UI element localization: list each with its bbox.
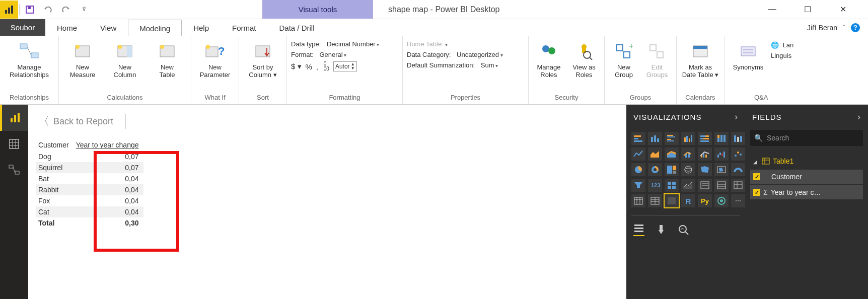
viz-area[interactable] bbox=[648, 147, 662, 161]
user-name[interactable]: Jiří Beran bbox=[807, 24, 837, 32]
viz-clustered-column[interactable] bbox=[681, 132, 695, 145]
new-measure-button[interactable]: New Measure bbox=[63, 38, 102, 79]
back-to-report-button[interactable]: 〈 Back to Report bbox=[38, 114, 616, 129]
new-column-button[interactable]: New Column bbox=[105, 38, 144, 79]
help-icon[interactable]: ? bbox=[851, 23, 860, 32]
undo-button[interactable] bbox=[39, 1, 57, 19]
viz-more[interactable]: ⋯ bbox=[731, 194, 745, 207]
fields-table-node[interactable]: Table1 bbox=[750, 154, 863, 168]
viz-stacked-column[interactable] bbox=[648, 132, 662, 145]
viz-treemap[interactable] bbox=[665, 163, 679, 176]
percent-button[interactable]: % bbox=[306, 62, 312, 71]
nav-model-view[interactable] bbox=[0, 157, 28, 183]
viz-pie[interactable] bbox=[631, 163, 645, 176]
manage-relationships-button[interactable]: Manage Relationships bbox=[4, 38, 54, 79]
svg-rect-81 bbox=[719, 153, 721, 155]
format-dropdown[interactable]: Format: General bbox=[291, 51, 398, 58]
viz-line[interactable] bbox=[631, 147, 645, 161]
viz-combo[interactable] bbox=[681, 147, 695, 161]
new-group-button[interactable]: +New Group bbox=[609, 38, 639, 79]
viz-arcgis[interactable] bbox=[714, 194, 729, 207]
group-relationships: Relationships bbox=[4, 93, 54, 103]
viz-kpi[interactable] bbox=[681, 179, 695, 192]
sort-by-column-button[interactable]: Sort by Column ▾ bbox=[243, 38, 282, 79]
viz-stacked-area[interactable] bbox=[665, 147, 679, 161]
tab-help[interactable]: Help bbox=[182, 19, 221, 36]
format-tab-icon[interactable] bbox=[656, 224, 667, 235]
viz-clustered-bar[interactable] bbox=[665, 132, 679, 145]
viz-donut[interactable] bbox=[648, 163, 662, 176]
default-summarization-dropdown[interactable]: Default Summarization: Sum bbox=[407, 61, 524, 69]
checkbox-checked-icon[interactable]: ✓ bbox=[753, 189, 760, 196]
redo-button[interactable] bbox=[57, 1, 75, 19]
viz-scatter[interactable] bbox=[731, 147, 745, 161]
viz-100-column[interactable] bbox=[714, 132, 729, 145]
data-category-dropdown[interactable]: Data Category: Uncategorized bbox=[407, 51, 524, 58]
tab-home[interactable]: Home bbox=[45, 19, 89, 36]
svg-rect-35 bbox=[11, 118, 13, 122]
viz-table2[interactable] bbox=[631, 194, 645, 207]
col-header-ytyc[interactable]: Year to year change bbox=[74, 139, 144, 151]
decimal-places-spinner[interactable]: Autor▲▼ bbox=[333, 61, 357, 71]
save-button[interactable] bbox=[21, 1, 39, 19]
fields-search-input[interactable]: 🔍 Search bbox=[750, 130, 863, 146]
field-year-to-year[interactable]: ✓ Σ Year to year c… bbox=[750, 185, 863, 199]
viz-r[interactable]: R bbox=[681, 194, 695, 207]
decimal-button[interactable]: .0 .00 bbox=[322, 61, 329, 71]
tab-view[interactable]: View bbox=[89, 19, 128, 36]
tab-format[interactable]: Format bbox=[221, 19, 268, 36]
qat-customize[interactable]: ⊽ bbox=[75, 1, 93, 19]
contextual-tab-visual-tools[interactable]: Visual tools bbox=[262, 0, 373, 19]
viz-matrix2[interactable] bbox=[648, 194, 662, 207]
thousands-button[interactable]: , bbox=[316, 62, 318, 71]
viz-stacked-bar[interactable] bbox=[631, 132, 645, 145]
linguistic-button[interactable]: Linguis bbox=[771, 52, 793, 59]
viz-waterfall[interactable] bbox=[714, 147, 729, 161]
tab-modeling[interactable]: Modeling bbox=[128, 20, 182, 36]
synonyms-button[interactable]: Synonyms bbox=[729, 38, 768, 71]
collapse-ribbon-button[interactable]: ˄ bbox=[842, 24, 846, 32]
currency-button[interactable]: $ ▾ bbox=[291, 62, 302, 71]
data-type-dropdown[interactable]: Data type: Decimal Number bbox=[291, 40, 398, 48]
nav-data-view[interactable] bbox=[0, 131, 28, 157]
viz-filled-map[interactable] bbox=[698, 163, 712, 176]
viz-combo-2[interactable] bbox=[698, 147, 712, 161]
viz-matrix[interactable] bbox=[731, 179, 745, 192]
language-button[interactable]: 🌐 Lan bbox=[771, 41, 793, 49]
svg-rect-126 bbox=[634, 228, 643, 229]
viz-slicer[interactable] bbox=[698, 179, 712, 192]
new-table-button[interactable]: New Table bbox=[148, 38, 187, 79]
viz-python[interactable]: Py bbox=[698, 194, 712, 207]
viz-card[interactable]: 123 bbox=[648, 179, 662, 192]
visualizations-pane-header[interactable]: VISUALIZATIONS› bbox=[626, 105, 745, 129]
viz-ribbon[interactable] bbox=[731, 132, 745, 145]
minimize-button[interactable]: — bbox=[762, 5, 782, 14]
fields-pane-header[interactable]: FIELDS› bbox=[745, 105, 868, 129]
close-button[interactable]: ✕ bbox=[833, 5, 853, 14]
table-row: Dog0,07 bbox=[36, 151, 143, 162]
mark-as-date-table-button[interactable]: Mark as Date Table ▾ bbox=[681, 38, 720, 79]
viz-multi-card[interactable] bbox=[665, 179, 679, 192]
new-parameter-button[interactable]: ?New Parameter bbox=[195, 38, 235, 79]
fields-tab-icon[interactable] bbox=[633, 223, 644, 236]
nav-report-view[interactable] bbox=[0, 105, 28, 131]
viz-map[interactable] bbox=[681, 163, 695, 176]
manage-roles-button[interactable]: Manage Roles bbox=[533, 38, 565, 79]
group-security: Security bbox=[533, 93, 600, 103]
tab-data-drill[interactable]: Data / Drill bbox=[268, 19, 326, 36]
svg-marker-72 bbox=[650, 151, 659, 158]
view-as-roles-button[interactable]: View as Roles bbox=[568, 38, 600, 79]
viz-table[interactable] bbox=[714, 179, 729, 192]
data-table: Customer Year to year change Dog0,07 Squ… bbox=[36, 139, 143, 229]
field-customer[interactable]: ✓ Customer bbox=[750, 170, 863, 184]
checkbox-checked-icon[interactable]: ✓ bbox=[753, 173, 760, 180]
viz-gauge[interactable] bbox=[731, 163, 745, 176]
col-header-customer[interactable]: Customer bbox=[36, 139, 74, 151]
viz-shape-map[interactable] bbox=[714, 163, 729, 176]
viz-funnel[interactable] bbox=[631, 179, 645, 192]
file-tab[interactable]: Soubor bbox=[0, 19, 45, 36]
maximize-button[interactable]: ☐ bbox=[798, 5, 818, 14]
viz-100-bar[interactable] bbox=[698, 132, 712, 145]
analytics-tab-icon[interactable] bbox=[678, 224, 690, 235]
viz-selected[interactable] bbox=[665, 194, 679, 207]
